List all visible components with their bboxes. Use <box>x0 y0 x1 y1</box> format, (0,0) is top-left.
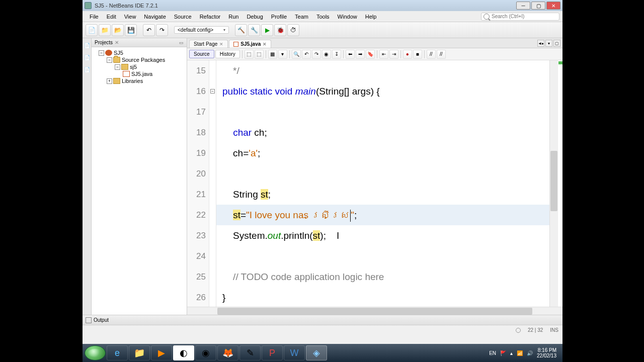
stop-macro-button[interactable]: ■ <box>413 50 422 59</box>
taskbar-firefox-button[interactable]: 🦊 <box>217 345 238 360</box>
error-stripe[interactable] <box>557 60 562 307</box>
close-icon[interactable]: ✕ <box>263 42 267 47</box>
run-button[interactable]: ▶ <box>261 24 273 36</box>
error-stripe-mark[interactable] <box>558 61 562 64</box>
taskbar-word-button[interactable]: W <box>284 345 305 360</box>
tree-node-root[interactable]: − SJ5 <box>93 49 186 56</box>
menu-profile[interactable]: Profile <box>267 13 291 21</box>
comment-button[interactable]: // <box>427 50 436 59</box>
fold-column[interactable]: − <box>209 60 216 307</box>
taskbar-ie-button[interactable]: e <box>107 345 128 360</box>
taskbar-powerpoint-button[interactable]: P <box>262 345 283 360</box>
redo-button[interactable]: ↷ <box>156 24 168 36</box>
save-all-button[interactable]: 💾 <box>125 24 137 36</box>
rail-tab-services[interactable]: 📄 <box>84 64 90 74</box>
projects-panel-minimize-icon[interactable]: ▭ <box>179 40 184 45</box>
build-button[interactable]: 🔨 <box>235 24 247 36</box>
taskbar-netbeans-button[interactable]: ◈ <box>306 345 327 360</box>
tab-dropdown-button[interactable]: ▾ <box>545 40 552 47</box>
tree-node-src[interactable]: − Source Packages <box>93 56 186 63</box>
system-tray[interactable]: EN 🚩 ▴ 📶 🔊 8:16 PM 22/02/13 <box>489 347 560 358</box>
config-combo[interactable]: <default config> <box>174 26 229 34</box>
line-number-gutter[interactable]: 15 16 17 18 19 20 21 22 23 24 25 26 <box>187 60 209 307</box>
tab-start-page[interactable]: Start Page ✕ <box>189 40 228 48</box>
editor-btn-4[interactable]: ▾ <box>278 50 287 59</box>
output-panel-tab[interactable]: Output <box>83 315 562 325</box>
profile-button[interactable]: ⏱ <box>287 24 299 36</box>
menu-refactor[interactable]: Refactor <box>196 13 225 21</box>
menu-tools[interactable]: Tools <box>312 13 334 21</box>
tree-node-libs[interactable]: + Libraries <box>93 77 186 84</box>
editor-btn-9[interactable]: ↧ <box>332 50 341 59</box>
start-button[interactable] <box>85 345 106 360</box>
open-project-button[interactable]: 📂 <box>112 24 124 36</box>
undo-button[interactable]: ↶ <box>143 24 155 36</box>
tab-sj5-java[interactable]: SJ5.java ✕ <box>229 40 271 48</box>
code-editor[interactable]: */ public static void main(String[] args… <box>216 60 549 307</box>
menu-run[interactable]: Run <box>224 13 243 21</box>
subtab-history[interactable]: History <box>215 50 240 58</box>
tree-node-pkg[interactable]: − sj5 <box>93 63 186 70</box>
editor-btn-1[interactable]: ⬚ <box>245 50 254 59</box>
horizontal-scrollbar[interactable] <box>187 307 562 315</box>
tab-maximize-button[interactable]: ▢ <box>553 40 560 47</box>
next-bookmark-button[interactable]: ➡ <box>356 50 365 59</box>
menu-debug[interactable]: Debug <box>243 13 267 21</box>
global-search[interactable] <box>481 13 559 21</box>
debug-button[interactable]: 🐞 <box>274 24 286 36</box>
menu-edit[interactable]: Edit <box>103 13 120 21</box>
close-icon[interactable]: ✕ <box>219 42 223 47</box>
insert-mode[interactable]: INS <box>550 327 558 333</box>
scrollbar-thumb[interactable] <box>217 308 532 315</box>
uncomment-button[interactable]: // <box>437 50 446 59</box>
tree-node-file[interactable]: SJ5.java <box>93 70 186 77</box>
tree-toggle-icon[interactable]: − <box>99 50 104 56</box>
vertical-scrollbar[interactable] <box>549 60 557 307</box>
tray-chevron-icon[interactable]: ▴ <box>510 350 513 356</box>
start-macro-button[interactable]: ● <box>403 50 412 59</box>
tray-flag-icon[interactable]: 🚩 <box>500 350 506 356</box>
taskbar-app2-button[interactable]: ◉ <box>195 345 216 360</box>
taskbar-explorer-button[interactable]: 📁 <box>129 345 150 360</box>
toggle-highlight-button[interactable]: ◉ <box>322 50 331 59</box>
new-file-button[interactable]: 📄 <box>86 24 98 36</box>
tray-network-icon[interactable]: 📶 <box>517 350 523 356</box>
tray-volume-icon[interactable]: 🔊 <box>527 350 533 356</box>
window-minimize-button[interactable]: ─ <box>516 2 530 10</box>
taskbar-app3-button[interactable]: ✎ <box>239 345 261 360</box>
rail-tab-files[interactable]: 📄 <box>84 52 90 62</box>
rail-tab-projects[interactable]: 📄 <box>84 40 90 50</box>
new-project-button[interactable]: 📁 <box>99 24 111 36</box>
toggle-bookmark-button[interactable]: 🔖 <box>366 50 375 59</box>
tray-clock[interactable]: 8:16 PM 22/02/13 <box>537 347 556 358</box>
subtab-source[interactable]: Source <box>189 50 214 58</box>
menu-team[interactable]: Team <box>291 13 312 21</box>
tab-scroll-left-button[interactable]: ◄▸ <box>537 40 544 47</box>
clean-build-button[interactable]: 🔧 <box>248 24 260 36</box>
editor-btn-3[interactable]: ▦ <box>268 50 277 59</box>
menu-view[interactable]: View <box>120 13 140 21</box>
find-next-button[interactable]: ↷ <box>312 50 321 59</box>
window-maximize-button[interactable]: ▢ <box>531 2 545 10</box>
tray-lang[interactable]: EN <box>489 350 496 356</box>
find-prev-button[interactable]: ↶ <box>302 50 311 59</box>
find-selection-button[interactable]: 🔍 <box>292 50 301 59</box>
tree-toggle-icon[interactable]: + <box>107 78 112 84</box>
menu-help[interactable]: Help <box>361 13 381 21</box>
scrollbar-thumb[interactable] <box>550 151 557 211</box>
taskbar-wmp-button[interactable]: ▶ <box>151 345 172 360</box>
menu-source[interactable]: Source <box>170 13 196 21</box>
shift-left-button[interactable]: ⇤ <box>379 50 388 59</box>
taskbar-app1-button[interactable]: ◐ <box>173 345 194 360</box>
tree-toggle-icon[interactable]: − <box>107 57 112 63</box>
shift-right-button[interactable]: ⇥ <box>389 50 398 59</box>
projects-panel-close-icon[interactable]: ✕ <box>115 40 119 45</box>
search-input[interactable] <box>492 14 557 19</box>
project-tree[interactable]: − SJ5 − Source Packages − sj5 SJ5.java <box>92 47 187 315</box>
prev-bookmark-button[interactable]: ⬅ <box>346 50 355 59</box>
menu-navigate[interactable]: Navigate <box>140 13 170 21</box>
menu-window[interactable]: Window <box>334 13 361 21</box>
editor-btn-2[interactable]: ⬚ <box>255 50 264 59</box>
menu-file[interactable]: File <box>86 13 103 21</box>
fold-toggle-icon[interactable]: − <box>210 89 215 94</box>
